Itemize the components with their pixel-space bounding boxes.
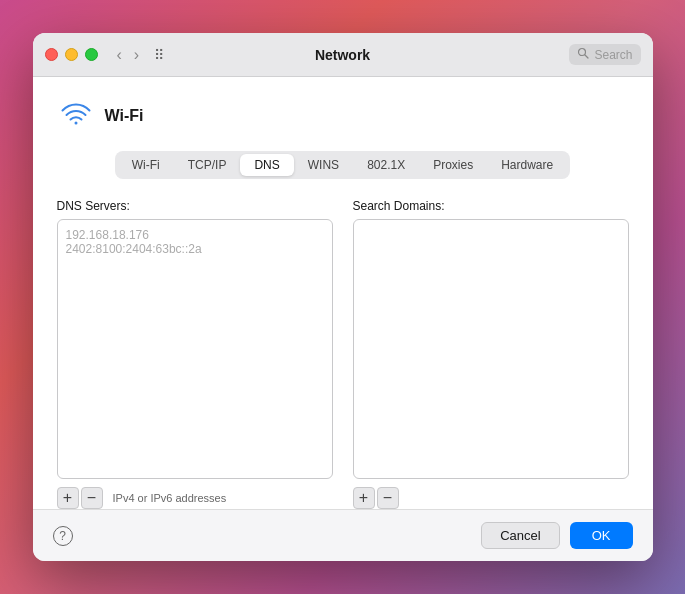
main-content: Wi-Fi Wi-Fi TCP/IP DNS WINS 802.1X Proxi… <box>33 77 653 509</box>
dns-body: DNS Servers: 192.168.18.176 2402:8100:24… <box>57 199 629 509</box>
search-domains-textarea[interactable] <box>353 219 629 479</box>
minimize-button[interactable] <box>65 48 78 61</box>
tab-wins[interactable]: WINS <box>294 154 353 176</box>
dns-servers-label: DNS Servers: <box>57 199 333 213</box>
traffic-lights <box>45 48 98 61</box>
search-domains-actions: + − <box>353 487 629 509</box>
dns-servers-column: DNS Servers: 192.168.18.176 2402:8100:24… <box>57 199 333 509</box>
grid-icon: ⠿ <box>154 47 164 63</box>
svg-point-0 <box>579 49 586 56</box>
domains-remove-button[interactable]: − <box>377 487 399 509</box>
wifi-name: Wi-Fi <box>105 107 144 125</box>
tab-8021x[interactable]: 802.1X <box>353 154 419 176</box>
cancel-button[interactable]: Cancel <box>481 522 559 549</box>
dns-add-button[interactable]: + <box>57 487 79 509</box>
wifi-header: Wi-Fi <box>57 97 629 135</box>
maximize-button[interactable] <box>85 48 98 61</box>
search-placeholder: Search <box>594 48 632 62</box>
tab-tcpip[interactable]: TCP/IP <box>174 154 241 176</box>
dns-remove-button[interactable]: − <box>81 487 103 509</box>
dns-hint: IPv4 or IPv6 addresses <box>113 492 227 504</box>
bottom-bar: ? Cancel OK <box>33 509 653 561</box>
search-box[interactable]: Search <box>569 44 640 65</box>
tab-hardware[interactable]: Hardware <box>487 154 567 176</box>
close-button[interactable] <box>45 48 58 61</box>
tab-proxies[interactable]: Proxies <box>419 154 487 176</box>
dns-servers-actions: + − IPv4 or IPv6 addresses <box>57 487 333 509</box>
tabs-bar: Wi-Fi TCP/IP DNS WINS 802.1X Proxies Har… <box>115 151 570 179</box>
back-button[interactable]: ‹ <box>112 45 127 65</box>
search-domains-column: Search Domains: + − <box>353 199 629 509</box>
svg-rect-2 <box>57 97 95 135</box>
help-button[interactable]: ? <box>53 526 73 546</box>
titlebar: ‹ › ⠿ Network Search <box>33 33 653 77</box>
search-icon <box>577 47 589 62</box>
network-window: ‹ › ⠿ Network Search Wi-F <box>33 33 653 561</box>
forward-button[interactable]: › <box>129 45 144 65</box>
svg-line-1 <box>585 55 588 58</box>
window-title: Network <box>315 47 370 63</box>
wifi-icon <box>57 97 95 135</box>
bottom-buttons: Cancel OK <box>481 522 632 549</box>
dns-servers-textarea[interactable]: 192.168.18.176 2402:8100:2404:63bc::2a <box>57 219 333 479</box>
ok-button[interactable]: OK <box>570 522 633 549</box>
nav-buttons: ‹ › <box>112 45 145 65</box>
tab-dns[interactable]: DNS <box>240 154 293 176</box>
tab-wifi[interactable]: Wi-Fi <box>118 154 174 176</box>
search-domains-label: Search Domains: <box>353 199 629 213</box>
domains-add-button[interactable]: + <box>353 487 375 509</box>
